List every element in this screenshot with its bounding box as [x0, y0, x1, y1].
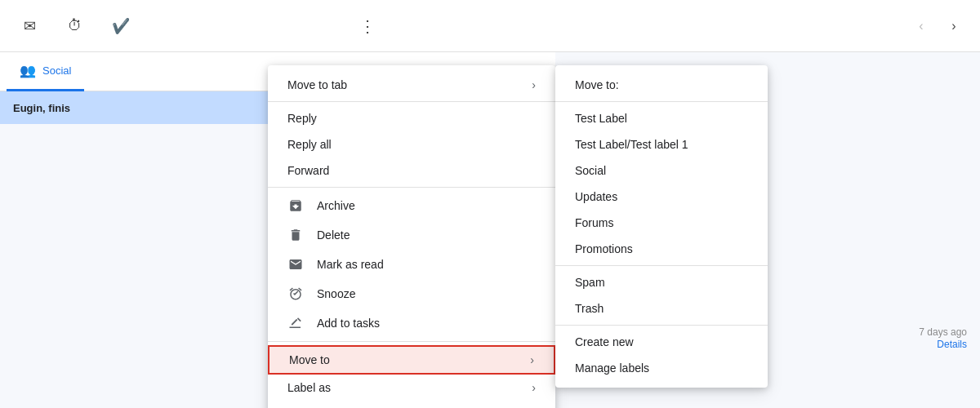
- move-to-tab-arrow: ›: [532, 78, 536, 91]
- clock-icon[interactable]: ⏱: [59, 10, 91, 42]
- submenu-divider-1: [555, 265, 768, 266]
- add-to-tasks-icon: [287, 315, 304, 331]
- menu-item-snooze[interactable]: Snooze: [268, 279, 555, 308]
- tasks-icon[interactable]: ✔️: [105, 10, 137, 42]
- divider-3: [268, 341, 555, 342]
- submenu-item-promotions[interactable]: Promotions: [555, 236, 768, 262]
- menu-item-add-to-tasks[interactable]: Add to tasks: [268, 308, 555, 338]
- menu-item-reply[interactable]: Reply: [268, 105, 555, 131]
- menu-item-mute[interactable]: Mute: [268, 401, 555, 408]
- archive-icon: [287, 197, 304, 214]
- divider-1: [268, 101, 555, 102]
- toolbar: ✉ ⏱ ✔️: [0, 0, 980, 52]
- add-to-tasks-label: Add to tasks: [317, 317, 536, 330]
- days-ago-text: 7 days ago: [919, 326, 967, 338]
- snooze-icon: [287, 286, 304, 302]
- submenu-item-test-label-1[interactable]: Test Label/Test label 1: [555, 131, 768, 157]
- menu-item-move-to[interactable]: Move to ›: [268, 345, 555, 375]
- submenu-item-trash[interactable]: Trash: [555, 295, 768, 322]
- menu-item-delete[interactable]: Delete: [268, 220, 555, 250]
- mark-read-icon: [287, 256, 304, 273]
- next-arrow[interactable]: ›: [941, 13, 967, 39]
- mark-as-read-label: Mark as read: [317, 258, 536, 271]
- menu-item-archive[interactable]: Archive: [268, 191, 555, 220]
- reply-all-label: Reply all: [287, 138, 536, 151]
- move-to-tab-label: Move to tab: [287, 78, 519, 91]
- move-to-label: Move to: [289, 353, 517, 366]
- social-icon: 👥: [20, 63, 36, 78]
- menu-item-forward[interactable]: Forward: [268, 157, 555, 184]
- tab-social-label: Social: [42, 64, 71, 77]
- label-as-label: Label as: [287, 381, 519, 394]
- submenu-item-social[interactable]: Social: [555, 157, 768, 184]
- move-to-submenu: Move to: Test Label Test Label/Test labe…: [555, 65, 768, 388]
- submenu-header: Move to:: [555, 72, 768, 102]
- submenu-item-test-label[interactable]: Test Label: [555, 105, 768, 131]
- submenu-item-spam[interactable]: Spam: [555, 269, 768, 295]
- mail-icon[interactable]: ✉: [13, 10, 46, 42]
- prev-arrow[interactable]: ‹: [908, 13, 934, 39]
- reply-label: Reply: [287, 112, 536, 125]
- menu-item-move-to-tab[interactable]: Move to tab ›: [268, 72, 555, 98]
- label-as-arrow: ›: [532, 381, 536, 394]
- delete-icon: [287, 227, 304, 243]
- menu-item-reply-all[interactable]: Reply all: [268, 131, 555, 157]
- submenu-item-updates[interactable]: Updates: [555, 184, 768, 210]
- forward-label: Forward: [287, 164, 536, 177]
- more-button[interactable]: ⋮: [351, 10, 384, 42]
- snooze-label: Snooze: [317, 287, 536, 300]
- submenu-item-forums[interactable]: Forums: [555, 210, 768, 236]
- menu-item-label-as[interactable]: Label as ›: [268, 375, 555, 401]
- email-sender: Eugin, finis: [13, 102, 95, 114]
- tab-social[interactable]: 👥 Social: [7, 52, 84, 91]
- delete-label: Delete: [317, 228, 536, 242]
- context-menu: Move to tab › Reply Reply all Forward Ar…: [268, 65, 555, 408]
- submenu-divider-2: [555, 325, 768, 326]
- submenu-item-create-new[interactable]: Create new: [555, 329, 768, 355]
- move-to-arrow: ›: [530, 353, 534, 366]
- details-link[interactable]: Details: [937, 339, 967, 350]
- submenu-item-manage-labels[interactable]: Manage labels: [555, 355, 768, 381]
- divider-2: [268, 187, 555, 188]
- archive-label: Archive: [317, 199, 536, 212]
- nav-arrows: ‹ ›: [908, 13, 967, 39]
- menu-item-mark-as-read[interactable]: Mark as read: [268, 250, 555, 279]
